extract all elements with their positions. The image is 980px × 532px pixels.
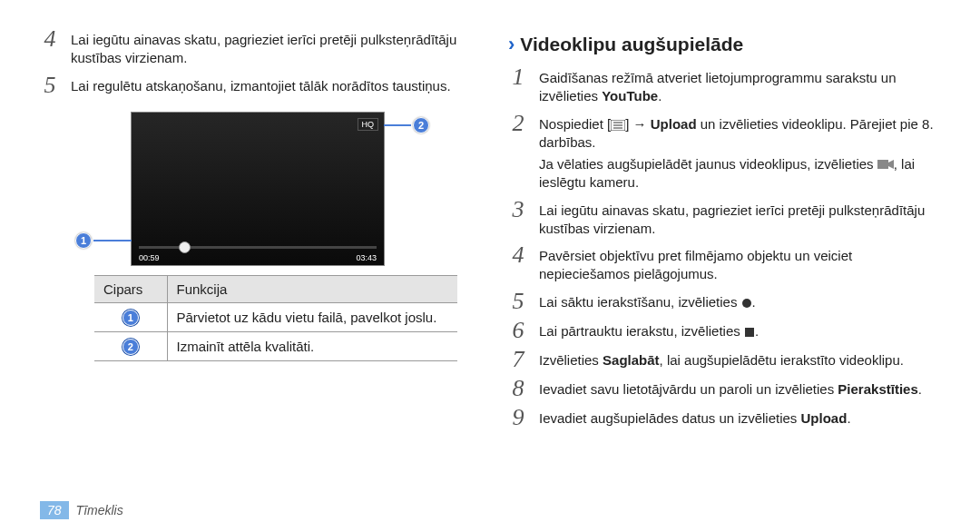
step-5-left: 5 Lai regulētu atskaņošanu, izmantojiet … xyxy=(40,74,472,97)
step-text: Nospiediet [] → Upload un izvēlieties vi… xyxy=(539,112,940,192)
step-number: 1 xyxy=(508,65,528,106)
step-text: Lai sāktu ierakstīšanu, izvēlieties . xyxy=(539,290,756,313)
step-text: Lai regulētu atskaņošanu, izmantojiet tā… xyxy=(71,74,451,97)
step-number: 8 xyxy=(508,377,528,400)
section-title: Videoklipu augšupielāde xyxy=(520,34,743,55)
cell-function: Izmainīt attēla kvalitāti. xyxy=(167,331,457,360)
svg-rect-4 xyxy=(877,160,888,169)
col-header-number: Cipars xyxy=(94,275,167,302)
step-number: 7 xyxy=(508,348,528,371)
step-number: 2 xyxy=(508,112,528,192)
step-number: 4 xyxy=(40,27,60,68)
step-text: Pavērsiet objektīvu pret filmējamo objek… xyxy=(539,243,940,284)
callout-line xyxy=(93,240,132,241)
menu-icon xyxy=(611,120,625,131)
step-number: 9 xyxy=(508,406,528,429)
step-3-right: 3 Lai iegūtu ainavas skatu, pagrieziet i… xyxy=(508,198,940,239)
callout-line xyxy=(384,124,411,126)
col-header-function: Funkcija xyxy=(167,275,457,302)
time-elapsed: 00:59 xyxy=(139,253,160,262)
badge-2: 2 xyxy=(122,339,139,355)
footer-section-label: Tīmeklis xyxy=(76,503,123,517)
section-header: › Videoklipu augšupielāde xyxy=(508,33,940,56)
step-text: Gaidīšanas režīmā atveriet lietojumprogr… xyxy=(539,65,940,106)
video-player-thumb: HQ 2 1 00:59 03:43 xyxy=(131,112,385,266)
step-text: Lai iegūtu ainavas skatu, pagrieziet ier… xyxy=(539,198,940,239)
table-row: 2 Izmainīt attēla kvalitāti. xyxy=(94,331,457,360)
step-7-right: 7 Izvēlieties Saglabāt, lai augšupielādē… xyxy=(508,348,940,371)
right-column: › Videoklipu augšupielāde 1 Gaidīšanas r… xyxy=(508,27,940,487)
svg-point-6 xyxy=(742,299,751,308)
left-column: 4 Lai iegūtu ainavas skatu, pagrieziet i… xyxy=(40,27,472,487)
camera-icon xyxy=(877,159,894,170)
step-text: Izvēlieties Saglabāt, lai augšupielādētu… xyxy=(539,348,904,371)
cell-function: Pārvietot uz kādu vietu failā, pavelkot … xyxy=(167,302,457,331)
step-text: Lai pārtrauktu ierakstu, izvēlieties . xyxy=(539,319,759,342)
table-row: 1 Pārvietot uz kādu vietu failā, pavelko… xyxy=(94,302,457,331)
callout-2: 2 xyxy=(413,117,429,133)
chevron-icon: › xyxy=(508,33,514,56)
step-1-right: 1 Gaidīšanas režīmā atveriet lietojumpro… xyxy=(508,65,940,106)
step-number: 5 xyxy=(508,290,528,313)
step-8-right: 8 Ievadiet savu lietotājvārdu un paroli … xyxy=(508,377,940,400)
step-text: Ievadiet augšupielādes datus un izvēliet… xyxy=(539,406,851,429)
stop-icon xyxy=(744,327,755,338)
step-text: Ievadiet savu lietotājvārdu un paroli un… xyxy=(539,377,922,400)
step-2-right: 2 Nospiediet [] → Upload un izvēlieties … xyxy=(508,112,940,192)
badge-1: 1 xyxy=(122,310,139,326)
page-number: 78 xyxy=(40,501,69,519)
step-text: Lai iegūtu ainavas skatu, pagrieziet ier… xyxy=(71,27,472,68)
time-total: 03:43 xyxy=(356,253,377,262)
step-6-right: 6 Lai pārtrauktu ierakstu, izvēlieties . xyxy=(508,319,940,342)
step-5-right: 5 Lai sāktu ierakstīšanu, izvēlieties . xyxy=(508,290,940,313)
step-9-right: 9 Ievadiet augšupielādes datus un izvēli… xyxy=(508,406,940,429)
hq-badge: HQ xyxy=(358,118,379,131)
callout-1: 1 xyxy=(75,232,92,249)
step-4-left: 4 Lai iegūtu ainavas skatu, pagrieziet i… xyxy=(40,27,472,68)
step-number: 5 xyxy=(40,74,60,97)
step-number: 6 xyxy=(508,319,528,342)
step-4-right: 4 Pavērsiet objektīvu pret filmējamo obj… xyxy=(508,243,940,284)
progress-knob xyxy=(179,241,191,253)
progress-bar xyxy=(139,246,377,249)
step-number: 4 xyxy=(508,243,528,284)
function-table: Cipars Funkcija 1 Pārvietot uz kādu viet… xyxy=(94,275,457,361)
step-number: 3 xyxy=(508,198,528,239)
svg-rect-7 xyxy=(745,328,754,337)
record-icon xyxy=(741,298,752,309)
table-header-row: Cipars Funkcija xyxy=(94,275,457,302)
page-footer: 78 Tīmeklis xyxy=(0,501,123,519)
